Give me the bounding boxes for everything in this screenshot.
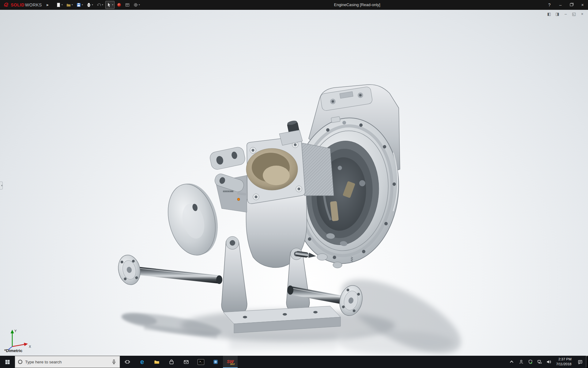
taskbar-item-mail[interactable]	[179, 356, 194, 368]
start-button[interactable]	[0, 356, 15, 368]
chevron-left-icon	[0, 185, 2, 186]
close-document-button[interactable]: ×	[579, 12, 585, 16]
clock-time: 2:37 PM	[558, 357, 571, 362]
menu-flyout-arrow[interactable]: ▶	[45, 1, 51, 9]
sw-year: 2017	[230, 363, 235, 365]
dropdown-caret[interactable]: ▾	[62, 4, 63, 6]
restore-document-button[interactable]: ◱	[571, 12, 577, 16]
options-button[interactable]: ▾	[132, 1, 141, 9]
taskbar-item-pinned-app[interactable]	[208, 356, 223, 368]
select-tool-button[interactable]: ▾	[105, 1, 115, 9]
triad-y-label: Y	[14, 329, 17, 333]
open-button[interactable]: ▾	[65, 1, 74, 9]
microphone-icon[interactable]	[111, 359, 117, 365]
restore-button[interactable]	[566, 0, 577, 10]
volume-icon	[546, 359, 551, 364]
clock-date: 7/11/2018	[556, 362, 571, 367]
store-bag-icon	[169, 359, 174, 365]
windows-logo-icon	[5, 359, 10, 365]
triad-x-label: X	[29, 345, 31, 348]
show-desktop-button[interactable]	[586, 356, 588, 368]
casing-boss[interactable]	[333, 262, 342, 268]
cortana-icon	[18, 360, 22, 364]
command-prompt-icon: >_	[198, 359, 204, 365]
tray-people-button[interactable]	[517, 356, 526, 368]
fin-hatching	[300, 143, 334, 196]
help-button[interactable]: ?	[544, 0, 555, 10]
casing-boss[interactable]	[317, 254, 327, 260]
taskbar-clock[interactable]: 2:37 PM 7/11/2018	[553, 357, 574, 366]
task-view-button[interactable]	[120, 356, 135, 368]
dropdown-caret[interactable]: ▾	[102, 4, 103, 6]
tray-security-button[interactable]	[526, 356, 535, 368]
brand-works: WORKS	[25, 2, 42, 7]
system-tray: 2:37 PM 7/11/2018	[507, 356, 588, 368]
solidworks-window: SOLID WORKS ▶ ▾ ▾	[0, 0, 588, 368]
dropdown-caret[interactable]: ▾	[82, 4, 83, 6]
search-input[interactable]	[25, 360, 108, 364]
display-pane-left-button[interactable]: ◧	[546, 12, 552, 16]
window-controls: ? – ×	[544, 0, 588, 10]
display-pane-right-button[interactable]: ◨	[555, 12, 560, 16]
selection-point-marker[interactable]	[237, 198, 240, 201]
brand-solid: SOLID	[11, 2, 24, 7]
network-icon	[537, 359, 542, 364]
taskbar: e >_	[0, 356, 588, 368]
new-document-button[interactable]: ▾	[55, 1, 64, 9]
solidworks-2017-icon: SW 2017	[226, 358, 234, 365]
render-sphere-icon	[117, 2, 122, 7]
hidden-icons-button[interactable]	[507, 356, 517, 368]
select-cursor-icon	[107, 2, 111, 7]
undo-icon	[96, 2, 101, 7]
intake-bracket[interactable]	[209, 146, 246, 171]
action-center-icon	[578, 359, 583, 365]
print-button[interactable]: ▾	[85, 1, 94, 9]
print-icon	[86, 2, 91, 7]
document-title: EngineCasing [Read-only]	[334, 0, 380, 10]
model-canvas[interactable]	[0, 10, 588, 356]
security-shield-icon	[528, 359, 533, 364]
dropdown-caret[interactable]: ▾	[92, 4, 93, 6]
open-folder-icon	[66, 2, 71, 7]
taskbar-item-file-explorer[interactable]	[149, 356, 164, 368]
left-axle[interactable]	[116, 253, 222, 287]
tray-network-button[interactable]	[535, 356, 544, 368]
dassault-swirl-icon	[4, 2, 9, 8]
tray-volume-button[interactable]	[544, 356, 553, 368]
engine-casing-model[interactable]	[116, 85, 406, 333]
search-box[interactable]	[15, 356, 120, 368]
settings-gear-icon	[133, 2, 138, 7]
taskbar-item-store[interactable]	[164, 356, 179, 368]
feature-panel-collapse-tab[interactable]	[0, 182, 3, 190]
minimize-button[interactable]: –	[555, 0, 566, 10]
dropdown-caret[interactable]: ▾	[112, 4, 113, 6]
action-center-button[interactable]	[574, 356, 586, 368]
undo-button[interactable]: ▾	[95, 1, 104, 9]
view-sphere-button[interactable]	[115, 1, 123, 9]
solidworks-logo: SOLID WORKS	[0, 0, 45, 10]
cmd-glyph: >_	[199, 361, 202, 363]
dropdown-caret[interactable]: ▾	[139, 4, 140, 6]
new-document-icon	[56, 2, 61, 7]
table-grid-icon	[125, 2, 130, 7]
task-view-icon	[125, 359, 130, 365]
sketch-table-button[interactable]	[124, 1, 131, 9]
save-floppy-icon	[76, 2, 81, 7]
pinned-app-icon	[213, 359, 218, 365]
close-button[interactable]: ×	[577, 0, 588, 10]
flywheel-disc[interactable]	[161, 178, 225, 260]
dropdown-caret[interactable]: ▾	[72, 4, 73, 6]
minimize-document-button[interactable]: –	[563, 12, 568, 16]
quick-access-toolbar: ▾ ▾ ▾	[55, 1, 141, 9]
taskbar-item-edge[interactable]: e	[135, 356, 149, 368]
taskbar-item-solidworks[interactable]: SW 2017	[223, 356, 238, 368]
save-button[interactable]: ▾	[75, 1, 84, 9]
people-icon	[519, 359, 524, 364]
reference-triad: Y X	[3, 327, 34, 351]
edge-icon: e	[140, 358, 144, 365]
titlebar: SOLID WORKS ▶ ▾ ▾	[0, 0, 588, 10]
taskbar-item-command-prompt[interactable]: >_	[194, 356, 208, 368]
file-explorer-icon	[154, 359, 160, 365]
graphics-viewport[interactable]: ◧ ◨ – ◱ × Y X *Dimetric	[0, 10, 588, 356]
chevron-up-icon	[510, 361, 513, 364]
